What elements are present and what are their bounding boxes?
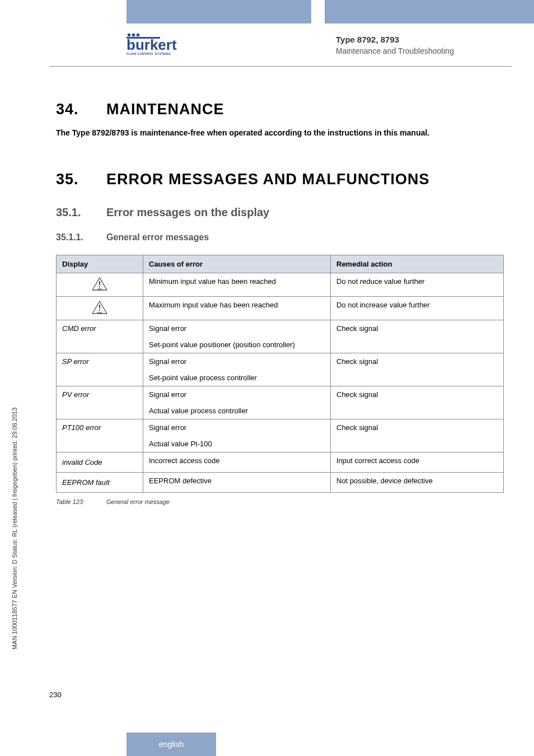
cell-display-cont	[57, 436, 143, 452]
cell-remedy: Check signal	[331, 353, 504, 370]
cell-remedy: Do not reduce value further	[331, 273, 504, 297]
table-row: PV error Signal error Check signal	[57, 386, 504, 403]
heading-35-1-1-title: General error messages	[106, 232, 209, 242]
cell-remedy-cont	[331, 337, 504, 353]
cell-cause: Signal error	[143, 320, 331, 337]
cell-remedy-cont	[331, 436, 504, 452]
logo-wordmark: burkert	[127, 38, 177, 52]
caption-text: General error message	[106, 498, 170, 505]
cell-display-cont	[57, 403, 143, 419]
cell-display: PT100 error	[57, 419, 143, 436]
heading-34-title: MAINTENANCE	[106, 101, 224, 118]
cell-cause: Minimum input value has been reached	[143, 273, 331, 297]
logo-tagline: FLUID CONTROL SYSTEMS	[127, 52, 177, 55]
cell-cause-cont: Actual value Pt-100	[143, 436, 331, 452]
heading-35-1-1-num: 35.1.1.	[56, 232, 106, 242]
heading-35-1: 35.1.Error messages on the display	[56, 206, 504, 219]
table-row: Actual value Pt-100	[57, 436, 504, 452]
heading-34-num: 34.	[56, 101, 106, 118]
header-bar-left	[127, 0, 311, 24]
sec34-intro: The Type 8792/8793 is maintenance-free w…	[56, 128, 504, 137]
page-number: 230	[49, 690, 62, 699]
table-header-row: Display Causes of error Remedial action	[57, 255, 504, 273]
heading-35-1-num: 35.1.	[56, 206, 106, 219]
cell-cause: Signal error	[143, 353, 331, 370]
cell-remedy-cont	[331, 403, 504, 419]
footer-language-bar: english	[127, 732, 216, 756]
cell-cause: EEPROM defective	[143, 473, 331, 493]
cell-display: CMD error	[57, 320, 143, 337]
cell-cause-cont: Set-point value process controller	[143, 370, 331, 386]
cell-display: SP error	[57, 353, 143, 370]
table-row: EEPROM fault EEPROM defective Not possib…	[57, 473, 504, 493]
cell-remedy: Check signal	[331, 386, 504, 403]
col-remedy: Remedial action	[331, 255, 504, 273]
logo: burkert FLUID CONTROL SYSTEMS	[127, 34, 177, 55]
cell-remedy: Check signal	[331, 320, 504, 337]
cell-cause: Signal error	[143, 419, 331, 436]
table-row: Set-point value process controller	[57, 370, 504, 386]
cell-display: invalid Code	[57, 452, 143, 473]
svg-text:min: min	[97, 287, 102, 291]
cell-remedy: Check signal	[331, 419, 504, 436]
caption-label: Table 123:	[56, 498, 106, 505]
table-caption: Table 123:General error message	[56, 498, 504, 505]
table-row: CMD error Signal error Check signal	[57, 320, 504, 337]
cell-cause: Incorrect access code	[143, 452, 331, 473]
cell-display-cont	[57, 370, 143, 386]
header-bar-right	[325, 0, 534, 24]
col-cause: Causes of error	[143, 255, 331, 273]
cell-remedy-cont	[331, 370, 504, 386]
error-table: Display Causes of error Remedial action …	[56, 255, 504, 493]
cell-min-icon: min	[57, 273, 143, 297]
table-row: Actual value process controller	[57, 403, 504, 419]
footer-language: english	[159, 740, 184, 749]
cell-display: PV error	[57, 386, 143, 403]
heading-35-1-1: 35.1.1.General error messages	[56, 232, 504, 242]
header-rule	[49, 66, 512, 67]
cell-cause-cont: Actual value process controller	[143, 403, 331, 419]
cell-remedy: Input correct access code	[331, 452, 504, 473]
col-display: Display	[57, 255, 143, 273]
heading-35-num: 35.	[56, 171, 106, 188]
cell-display: EEPROM fault	[57, 473, 143, 493]
table-row: min Minimum input value has been reached…	[57, 273, 504, 297]
table-row: max Maximum input value has been reached…	[57, 297, 504, 320]
table-row: invalid Code Incorrect access code Input…	[57, 452, 504, 473]
heading-34: 34.MAINTENANCE	[56, 101, 504, 118]
warning-max-icon: max	[92, 301, 107, 314]
cell-display-cont	[57, 337, 143, 353]
table-row: SP error Signal error Check signal	[57, 353, 504, 370]
table-row: PT100 error Signal error Check signal	[57, 419, 504, 436]
heading-35: 35.ERROR MESSAGES AND MALFUNCTIONS	[56, 171, 504, 188]
cell-remedy: Not possible, device defective	[331, 473, 504, 493]
heading-35-title: ERROR MESSAGES AND MALFUNCTIONS	[106, 171, 430, 188]
cell-max-icon: max	[57, 297, 143, 320]
cell-remedy: Do not increase value further	[331, 297, 504, 320]
cell-cause: Maximum input value has been reached	[143, 297, 331, 320]
cell-cause-cont: Set-point value positioner (position con…	[143, 337, 331, 353]
heading-35-1-title: Error messages on the display	[106, 206, 269, 218]
warning-min-icon: min	[92, 277, 107, 291]
table-row: Set-point value positioner (position con…	[57, 337, 504, 353]
header-subtitle: Maintenance and Troubleshooting	[336, 46, 515, 55]
svg-text:max: max	[97, 311, 102, 314]
header-type: Type 8792, 8793	[336, 35, 515, 44]
side-print-text: MAN 1000118577 EN Version: D Status: RL …	[11, 408, 18, 650]
cell-cause: Signal error	[143, 386, 331, 403]
side-print-info: MAN 1000118577 EN Version: D Status: RL …	[11, 314, 18, 650]
